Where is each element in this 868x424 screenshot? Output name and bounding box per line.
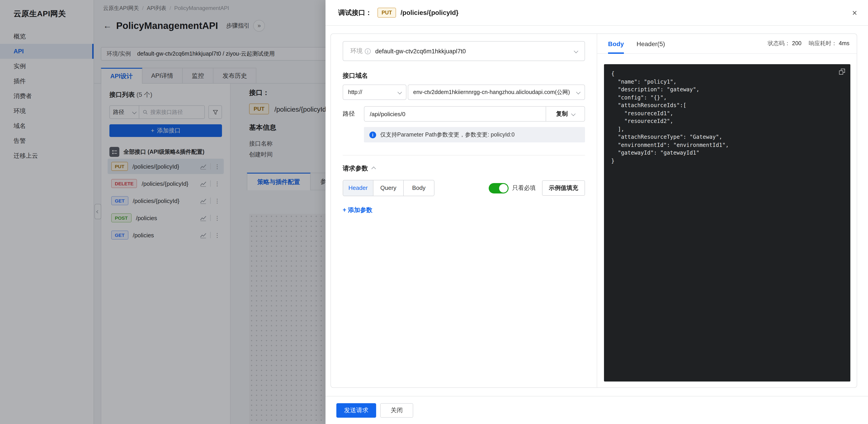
app-root: 云原生API网关 概览 API 实例 插件 消费者 环境 域名 告警 迁移上云 …: [0, 0, 868, 424]
status-code-label: 状态码：: [768, 40, 790, 47]
close-button[interactable]: 关闭: [380, 403, 413, 418]
path-field-label: 路径: [343, 110, 364, 118]
drawer-title: 调试接口：: [338, 8, 372, 17]
request-params-header[interactable]: 请求参数: [343, 164, 585, 173]
status-code-value: 200: [792, 40, 802, 47]
response-body-json: { "name": "policy1", "description": "gat…: [604, 64, 850, 171]
info-icon: i: [365, 48, 371, 54]
response-status: 状态码：200响应耗时：4ms: [768, 40, 849, 48]
environment-select-label: 环境: [350, 47, 363, 55]
chevron-down-icon: [398, 90, 402, 94]
chevron-up-icon: [371, 166, 376, 171]
required-only-label: 只看必填: [512, 184, 536, 192]
chevron-down-icon: [571, 112, 576, 116]
domain-select[interactable]: env-ctv2ddem1hkiiernnrgg-cn-hangzhou.ali…: [408, 85, 585, 100]
copy-button[interactable]: 复制: [546, 106, 585, 122]
section-divider: [343, 155, 585, 155]
close-icon[interactable]: ×: [852, 8, 857, 17]
latency-label: 响应耗时：: [809, 40, 837, 47]
latency-value: 4ms: [839, 40, 849, 47]
copy-icon[interactable]: [839, 69, 845, 74]
param-tab-body[interactable]: Body: [404, 180, 434, 196]
response-tab-body[interactable]: Body: [608, 34, 624, 54]
modal-overlay[interactable]: [0, 0, 326, 424]
response-body-terminal: { "name": "policy1", "description": "gat…: [604, 64, 850, 382]
response-tab-header[interactable]: Header(5): [637, 34, 665, 54]
param-tab-query[interactable]: Query: [373, 180, 404, 196]
param-type-tabs: Header Query Body: [343, 180, 434, 196]
path-hint-text: 仅支持Parameter Path参数变更，参数变更: policyId:0: [380, 131, 515, 139]
chevron-down-icon: [576, 90, 581, 94]
info-icon: i: [369, 131, 376, 138]
param-tab-header[interactable]: Header: [343, 180, 373, 196]
toggle-knob: [499, 184, 508, 192]
environment-select[interactable]: 环境 i default-gw-ctv2cq6m1hkkjuapl7t0: [343, 41, 585, 61]
send-request-button[interactable]: 发送请求: [336, 403, 376, 418]
param-controls-row: Header Query Body 只看必填 示例值填充: [343, 180, 585, 196]
environment-select-value: default-gw-ctv2cq6m1hkkjuapl7t0: [375, 48, 466, 55]
required-only-toggle[interactable]: [489, 183, 508, 193]
request-form: 环境 i default-gw-ctv2cq6m1hkkjuapl7t0 接口域…: [331, 34, 597, 387]
response-panel: Body Header(5) 状态码：200响应耗时：4ms { "name":…: [597, 34, 857, 387]
drawer-header: 调试接口： PUT /policies/{policyId} ×: [326, 0, 868, 26]
drawer-footer: 发送请求 关闭: [326, 396, 868, 424]
domain-row: http:// env-ctv2ddem1hkiiernnrgg-cn-hang…: [343, 85, 585, 100]
chevron-down-icon: [574, 49, 579, 53]
path-hint-banner: i 仅支持Parameter Path参数变更，参数变更: policyId:0: [364, 127, 585, 142]
domain-field-label: 接口域名: [343, 72, 585, 80]
drawer-api-path: /policies/{policyId}: [401, 9, 458, 16]
path-input[interactable]: [364, 106, 546, 122]
add-param-link[interactable]: + 添加参数: [343, 206, 372, 214]
response-header: Body Header(5) 状态码：200响应耗时：4ms: [597, 34, 857, 54]
scheme-select[interactable]: http://: [343, 85, 406, 100]
debug-container: 环境 i default-gw-ctv2cq6m1hkkjuapl7t0 接口域…: [331, 33, 857, 388]
method-badge: PUT: [377, 8, 396, 18]
fill-example-button[interactable]: 示例值填充: [542, 180, 585, 196]
path-row: 路径 复制: [343, 106, 585, 122]
debug-api-drawer: 调试接口： PUT /policies/{policyId} × 环境 i de…: [326, 0, 868, 424]
